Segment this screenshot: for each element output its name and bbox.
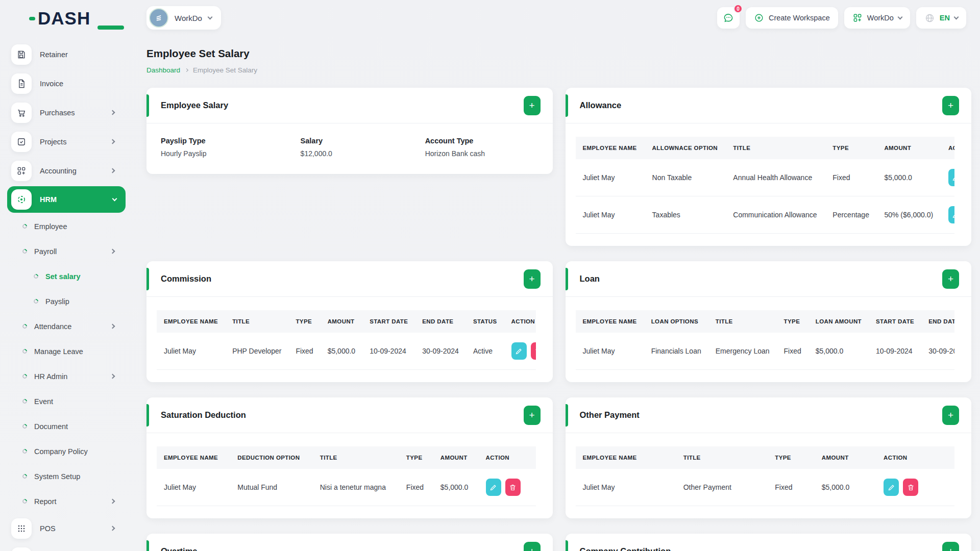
delete-button[interactable] bbox=[505, 479, 521, 496]
sidebar-item-retainer[interactable]: Retainer bbox=[0, 40, 138, 69]
column-header-type: TYPE bbox=[777, 310, 808, 333]
column-header-employee-name: EMPLOYEE NAME bbox=[576, 446, 676, 469]
loan-table: EMPLOYEE NAMELOAN OPTIONSTITLETYPELOAN A… bbox=[576, 310, 955, 370]
chevron-right-icon bbox=[185, 68, 188, 72]
add-button[interactable]: + bbox=[942, 96, 959, 115]
breadcrumb-dashboard-link[interactable]: Dashboard bbox=[146, 66, 180, 74]
edit-button[interactable] bbox=[486, 479, 501, 496]
bullet-icon bbox=[21, 248, 28, 255]
sidebar: RetainerInvoicePurchasesProjectsAccounti… bbox=[0, 36, 138, 551]
delete-button[interactable] bbox=[903, 479, 918, 496]
sidebar-item-manage-leave[interactable]: Manage Leave bbox=[0, 339, 138, 364]
sidebar-item-report[interactable]: Report bbox=[0, 489, 138, 514]
add-button[interactable]: + bbox=[942, 542, 959, 551]
sidebar-nav: RetainerInvoicePurchasesProjectsAccounti… bbox=[0, 40, 138, 551]
bullet-icon bbox=[21, 473, 28, 480]
column-header-type: TYPE bbox=[399, 446, 433, 469]
card-accent bbox=[566, 94, 568, 117]
column-header-title: TITLE bbox=[708, 310, 777, 333]
delete-button[interactable] bbox=[531, 342, 536, 360]
invoice-icon bbox=[11, 73, 32, 94]
sidebar-item-hr-admin[interactable]: HR Admin bbox=[0, 364, 138, 389]
cell-type: Fixed bbox=[288, 333, 320, 370]
sidebar-item-payroll[interactable]: Payroll bbox=[0, 239, 138, 264]
chevron-right-icon bbox=[110, 374, 115, 379]
bullet-icon bbox=[33, 298, 39, 305]
cell-action bbox=[504, 333, 536, 370]
cell-action bbox=[941, 196, 954, 234]
main-content: Employee Set Salary Dashboard Employee S… bbox=[146, 36, 971, 551]
column-header-employee-name: EMPLOYEE NAME bbox=[157, 446, 230, 469]
field-account-type: Account TypeHorizon Bank cash bbox=[425, 137, 538, 158]
cell-loan-options: Financials Loan bbox=[644, 333, 708, 370]
table-wrap: EMPLOYEE NAMEDEDUCTION OPTIONTITLETYPEAM… bbox=[157, 446, 536, 506]
chevron-down-icon bbox=[207, 15, 212, 20]
sidebar-item-system-setup[interactable]: System Setup bbox=[0, 464, 138, 489]
column-header-deduction-option: DEDUCTION OPTION bbox=[230, 446, 312, 469]
edit-button[interactable] bbox=[511, 342, 527, 360]
add-button[interactable]: + bbox=[524, 96, 541, 115]
add-button[interactable]: + bbox=[524, 542, 541, 551]
field-value: $12,000.0 bbox=[301, 149, 425, 158]
edit-button[interactable] bbox=[948, 169, 954, 186]
edit-button[interactable] bbox=[948, 206, 954, 223]
sidebar-item-invoice[interactable]: Invoice bbox=[0, 69, 138, 98]
table-header-row: EMPLOYEE NAMETITLETYPEAMOUNTSTART DATEEN… bbox=[157, 310, 536, 333]
chevron-right-icon bbox=[110, 324, 115, 329]
sidebar-item-label: Employee bbox=[34, 222, 67, 231]
sidebar-item-label: Manage Leave bbox=[34, 347, 83, 356]
sidebar-item-hrm[interactable]: HRM bbox=[7, 186, 126, 213]
messages-button[interactable]: 0 bbox=[717, 7, 740, 29]
add-button[interactable]: + bbox=[524, 269, 541, 289]
field-label: Payslip Type bbox=[161, 137, 301, 145]
column-header-type: TYPE bbox=[768, 446, 814, 469]
workdo-menu-button[interactable]: WorkDo bbox=[844, 7, 910, 29]
grid-plus-icon bbox=[852, 13, 863, 23]
cell-employee-name: Juliet May bbox=[576, 333, 644, 370]
table-row: Juliet MayPHP DeveloperFixed$5,000.010-0… bbox=[157, 333, 536, 370]
sidebar-item-crm[interactable]: CRM bbox=[0, 543, 138, 551]
sidebar-item-attendance[interactable]: Attendance bbox=[0, 314, 138, 339]
sidebar-item-company-policy[interactable]: Company Policy bbox=[0, 439, 138, 464]
add-button[interactable]: + bbox=[942, 269, 959, 289]
create-workspace-label: Create Workspace bbox=[769, 14, 830, 22]
cell-amount: $5,000.0 bbox=[321, 333, 363, 370]
chevron-right-icon bbox=[110, 110, 115, 115]
field-payslip-type: Payslip TypeHourly Payslip bbox=[161, 137, 301, 158]
card-loan: Loan + EMPLOYEE NAMELOAN OPTIONSTITLETYP… bbox=[566, 261, 972, 382]
column-header-action: ACTION bbox=[504, 310, 536, 333]
projects-icon bbox=[11, 132, 32, 152]
add-button[interactable]: + bbox=[524, 406, 541, 425]
column-header-action: ACTION bbox=[941, 137, 954, 159]
card-accent bbox=[566, 404, 568, 427]
cell-type: Percentage bbox=[825, 196, 877, 234]
table-header-row: EMPLOYEE NAMETITLETYPEAMOUNTACTION bbox=[576, 446, 955, 469]
column-header-loan-amount: LOAN AMOUNT bbox=[808, 310, 869, 333]
column-header-title: TITLE bbox=[726, 137, 825, 159]
sidebar-item-projects[interactable]: Projects bbox=[0, 127, 138, 156]
language-selector[interactable]: EN bbox=[916, 7, 966, 29]
sidebar-item-event[interactable]: Event bbox=[0, 389, 138, 414]
add-button[interactable]: + bbox=[942, 406, 959, 425]
pos-icon bbox=[11, 518, 32, 539]
workspace-switcher[interactable]: WorkDo bbox=[146, 6, 221, 30]
language-code: EN bbox=[940, 14, 950, 22]
sidebar-item-pos[interactable]: POS bbox=[0, 514, 138, 543]
chevron-right-icon bbox=[110, 168, 115, 173]
sidebar-item-accounting[interactable]: Accounting bbox=[0, 156, 138, 185]
sidebar-item-set-salary[interactable]: Set salary bbox=[0, 264, 138, 289]
cell-title: Other Payment bbox=[676, 469, 768, 506]
cell-title: Nisi a tenetur magna bbox=[313, 469, 399, 506]
sidebar-item-payslip[interactable]: Payslip bbox=[0, 289, 138, 314]
sidebar-item-employee[interactable]: Employee bbox=[0, 214, 138, 239]
sidebar-item-purchases[interactable]: Purchases bbox=[0, 98, 138, 127]
bullet-icon bbox=[21, 348, 28, 355]
column-header-amount: AMOUNT bbox=[321, 310, 363, 333]
sidebar-item-label: Accounting bbox=[40, 167, 77, 175]
card-accent bbox=[566, 268, 568, 290]
edit-button[interactable] bbox=[884, 479, 899, 496]
card-other-payment: Other Payment + EMPLOYEE NAMETITLETYPEAM… bbox=[566, 397, 972, 518]
create-workspace-button[interactable]: Create Workspace bbox=[746, 7, 838, 29]
sidebar-item-document[interactable]: Document bbox=[0, 414, 138, 439]
card-accent bbox=[566, 540, 568, 551]
